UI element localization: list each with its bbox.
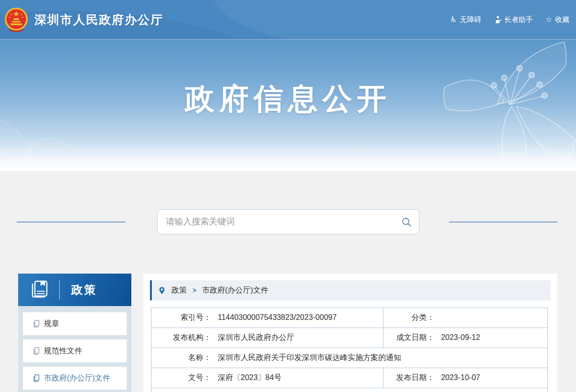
field-label-written-date: 成文日期：: [384, 333, 434, 343]
field-value-written-date: 2023-09-12: [434, 333, 480, 341]
field-value-category: [434, 313, 441, 321]
accessibility-label: 无障碍: [460, 15, 481, 24]
accessibility-icon: ♿: [450, 16, 457, 23]
content-area: 政策 规章 规范性文件: [0, 171, 576, 392]
book-icon: [29, 280, 50, 300]
search-icon: [401, 217, 412, 227]
table-row: 发布机构：深圳市人民政府办公厅 成文日期：2023-09-12: [151, 328, 548, 348]
table-row: 索引号：114403000075433823/2023-00097 分类：: [151, 308, 548, 328]
site-title: 深圳市人民政府办公厅: [34, 12, 163, 28]
sidebar-item-label: 规章: [44, 319, 59, 329]
field-value-publish-date: 2023-10-07: [434, 373, 480, 381]
content-row: 政策 规章 规范性文件: [18, 274, 557, 392]
page-root: 深圳市人民政府办公厅 ♿ 无障碍 长者助手 ☆ 收藏: [0, 0, 576, 392]
site-header: 深圳市人民政府办公厅 ♿ 无障碍 长者助手 ☆ 收藏: [0, 0, 576, 40]
page-title: 政府信息公开: [0, 40, 576, 119]
sidebar-item-label: 市政府(办公厅)文件: [44, 373, 110, 383]
elder-helper-icon: [494, 16, 501, 23]
field-value-document-number: 深府〔2023〕84号: [211, 373, 281, 381]
table-row: 名称：深圳市人民政府关于印发深圳市碳达峰实施方案的通知: [151, 348, 548, 368]
field-label-category: 分类：: [384, 313, 434, 323]
breadcrumb-item-current: 市政府(办公厅)文件: [202, 286, 268, 296]
accessibility-link[interactable]: ♿ 无障碍: [450, 15, 481, 24]
sidebar-title: 政策: [71, 282, 97, 297]
banner: 政府信息公开: [0, 40, 576, 171]
sidebar-item-label: 规范性文件: [44, 346, 82, 356]
sidebar-item-list: 规章 规范性文件 市政府(办公厅)文件: [18, 306, 131, 392]
decorative-line-right: [449, 222, 557, 222]
sidebar-item-municipal-government-documents[interactable]: 市政府(办公厅)文件: [23, 367, 127, 390]
field-label-index: 索引号：: [151, 313, 211, 323]
elder-helper-link[interactable]: 长者助手: [494, 15, 533, 24]
sidebar-header: 政策: [18, 274, 131, 306]
document-icon: [32, 347, 40, 355]
sidebar-item-regulations[interactable]: 规章: [23, 312, 127, 335]
search-button[interactable]: [394, 210, 419, 234]
sidebar: 政策 规章 规范性文件: [18, 274, 131, 392]
location-pin-icon: [158, 286, 166, 295]
document-icon: [32, 374, 40, 382]
search-box: [157, 209, 419, 234]
star-icon: ☆: [545, 16, 552, 23]
search-input[interactable]: [158, 210, 394, 234]
table-row: [151, 388, 548, 392]
document-icon: [32, 320, 40, 328]
search-row: [0, 209, 576, 234]
breadcrumb-item-policy[interactable]: 政策: [171, 286, 187, 296]
field-label-document-number: 文号：: [151, 373, 211, 383]
field-label-issuing-agency: 发布机构：: [151, 333, 211, 343]
decorative-line-left: [17, 222, 126, 222]
elder-helper-label: 长者助手: [504, 15, 533, 24]
sidebar-item-normative-documents[interactable]: 规范性文件: [23, 339, 127, 362]
field-label-publish-date: 发布日期：: [384, 373, 434, 383]
sidebar-header-divider: [59, 280, 60, 299]
field-value-title: 深圳市人民政府关于印发深圳市碳达峰实施方案的通知: [211, 353, 401, 361]
national-emblem-logo: [4, 7, 29, 32]
header-links: ♿ 无障碍 长者助手 ☆ 收藏: [450, 15, 569, 24]
document-meta-table: 索引号：114403000075433823/2023-00097 分类： 发布…: [151, 307, 548, 392]
favorite-link[interactable]: ☆ 收藏: [545, 15, 569, 24]
table-row: 文号：深府〔2023〕84号 发布日期：2023-10-07: [151, 368, 548, 388]
breadcrumb: 政策 > 市政府(办公厅)文件: [150, 280, 551, 300]
field-value-index: 114403000075433823/2023-00097: [211, 313, 337, 321]
site-brand[interactable]: 深圳市人民政府办公厅: [4, 7, 163, 32]
field-label-title: 名称：: [151, 353, 211, 363]
favorite-label: 收藏: [555, 15, 569, 24]
breadcrumb-separator: >: [192, 286, 196, 294]
main-content: 政策 > 市政府(办公厅)文件 索引号：114403000075433823/2…: [143, 274, 557, 392]
field-value-issuing-agency: 深圳市人民政府办公厅: [211, 333, 294, 341]
